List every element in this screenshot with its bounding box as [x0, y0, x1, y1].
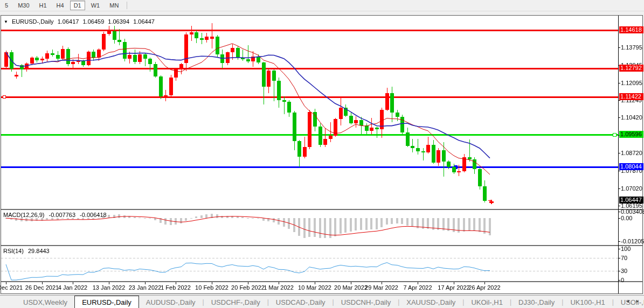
tab-ukoil-h1[interactable]: UKOil-,H1: [464, 296, 510, 308]
rsi-axis-label: 30: [621, 268, 642, 274]
chart-title: ▼ EURUSD-,Daily 1.06417 1.06459 1.06394 …: [4, 18, 157, 26]
time-axis-label: 16 Dec 2021: [0, 284, 25, 291]
chart-window: ▼ EURUSD-,Daily 1.06417 1.06459 1.06394 …: [1, 15, 643, 294]
time-axis-label: 13 Jan 2022: [89, 284, 128, 291]
timeframe-button-W1[interactable]: W1: [87, 1, 104, 10]
timeframe-button-D1[interactable]: D1: [70, 1, 85, 10]
rsi-value: 29.8443: [28, 248, 50, 254]
rsi-axis-label: 100: [621, 246, 642, 252]
current-price-badge: 1.06447: [619, 197, 643, 204]
tab-dj30-daily[interactable]: DJ30-,Daily: [511, 296, 562, 308]
tab-usdcad-daily[interactable]: USDCAD-,Daily: [269, 296, 333, 308]
macd-main-value: -0.007763: [49, 212, 75, 218]
tab-uk100-h1[interactable]: UK100-,H1: [563, 296, 612, 308]
tab-scroll-left-icon[interactable]: ◄: [624, 299, 632, 304]
symbol-dropdown-icon: ▼: [4, 19, 8, 24]
time-axis-label: 4 Jan 2022: [53, 284, 92, 291]
price-axis-label: 1.10420: [621, 114, 642, 121]
price-chart-canvas[interactable]: [1, 16, 642, 293]
macd-axis-label: 0.003408: [621, 208, 642, 215]
timeframe-button-M30[interactable]: M30: [14, 1, 33, 10]
timeframe-button-5[interactable]: 5: [1, 1, 12, 10]
macd-axis-label: -0.012058: [621, 238, 642, 244]
chart-high-value: 1.06459: [83, 18, 105, 25]
rsi-axis-label: 0: [621, 277, 642, 283]
tab-audusd-daily[interactable]: AUDUSD-,Daily: [139, 296, 203, 308]
macd-axis-label: 0.00: [621, 215, 642, 221]
time-axis-label: 10 Mar 2022: [295, 284, 334, 291]
timeframe-toolbar: 5M30H1H4D1W1MN: [0, 0, 644, 11]
chart-symbol-label: EURUSD-,Daily: [12, 18, 54, 25]
tab-usdchf-daily[interactable]: USDCHF-,Daily: [204, 296, 267, 308]
chart-low-value: 1.06394: [108, 18, 129, 25]
time-axis-label: 7 Apr 2022: [398, 284, 437, 291]
price-axis-label: 1.07020: [621, 185, 642, 192]
macd-signal-value: -0.006418: [80, 212, 107, 218]
time-axis-label: 10 Feb 2022: [192, 284, 231, 291]
price-level-badge: 1.12792: [619, 65, 643, 72]
tab-xauusd-daily[interactable]: XAUUSD-,Daily: [399, 296, 462, 308]
timeframe-button-H1[interactable]: H1: [36, 1, 51, 10]
price-level-badge: 1.08044: [619, 163, 643, 170]
macd-name: MACD(12,26,9): [3, 212, 44, 218]
tab-usdcnh-daily[interactable]: USDCNH-,Daily: [334, 296, 398, 308]
price-level-badge: 1.14618: [619, 26, 643, 33]
macd-indicator-label: MACD(12,26,9) -0.007763 -0.006418: [3, 212, 109, 218]
timeframe-button-MN[interactable]: MN: [106, 1, 122, 10]
rsi-axis-label: 70: [621, 255, 642, 261]
time-axis-label: 29 Mar 2022: [362, 284, 401, 291]
trading-terminal: 5M30H1H4D1W1MN ▼ EURUSD-,Daily 1.06417 1…: [0, 0, 644, 308]
chart-open-value: 1.06417: [58, 18, 79, 25]
time-axis-label: 1 Mar 2022: [259, 284, 298, 291]
price-axis-label: 1.13795: [621, 44, 642, 51]
rsi-name: RSI(14): [3, 248, 24, 254]
toolbar-divider: [127, 2, 127, 9]
timeframe-button-H4[interactable]: H4: [53, 1, 68, 10]
time-axis-label: 26 Apr 2022: [465, 284, 504, 291]
price-axis-label: 1.08720: [621, 150, 642, 156]
tab-usdx-weekly[interactable]: USDX,Weekly: [16, 296, 74, 308]
tab-scroll-right-icon[interactable]: ►: [633, 299, 642, 304]
tab-scroll-buttons: ◄ ►: [624, 299, 642, 304]
price-level-badge: 1.09596: [619, 131, 643, 138]
time-axis-label: 1 Feb 2022: [156, 284, 195, 291]
rsi-indicator-label: RSI(14) 29.8443: [3, 248, 52, 254]
chart-close-value: 1.06447: [133, 18, 155, 25]
symbol-tab-bar: USDX,WeeklyEURUSD-,DailyAUDUSD-,Daily|US…: [0, 295, 644, 308]
tab-eurusd-daily[interactable]: EURUSD-,Daily: [74, 296, 139, 308]
price-level-badge: 1.11422: [619, 93, 643, 100]
price-axis-label: 1.12095: [621, 80, 642, 86]
